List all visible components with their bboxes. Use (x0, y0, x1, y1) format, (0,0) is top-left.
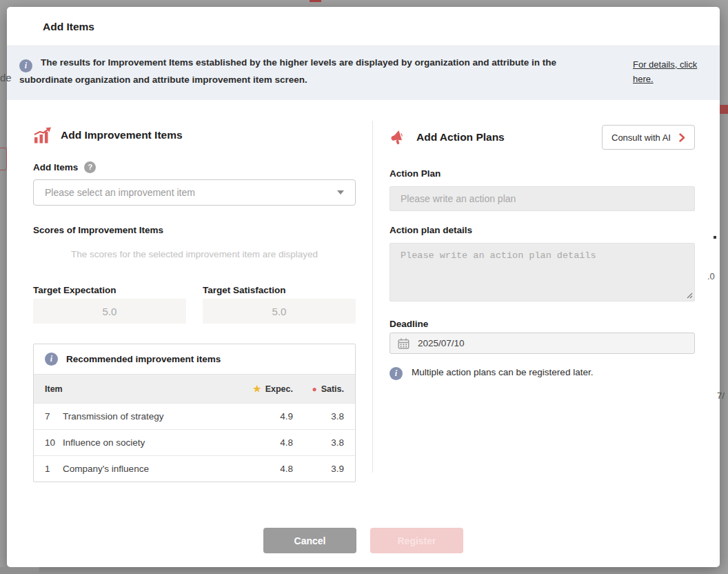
column-header-item: Item (45, 384, 253, 394)
column-divider (372, 121, 373, 473)
chevron-down-icon (337, 190, 344, 195)
details-link[interactable]: For details, click here. (633, 55, 705, 91)
info-banner: iThe results for Improvement Items estab… (7, 46, 720, 100)
row-satis-value: 3.9 (293, 464, 344, 474)
table-row[interactable]: 10 Influence on society 4.8 3.8 (34, 429, 355, 455)
background-fragment-text: de (0, 72, 12, 83)
info-banner-text: iThe results for Improvement Items estab… (19, 55, 633, 91)
deadline-value: 2025/07/10 (418, 338, 465, 348)
add-items-label: Add Items (33, 162, 78, 172)
row-satis-value: 3.8 (293, 411, 344, 422)
row-item-name: Transmission of strategy (63, 411, 253, 422)
row-item-name: Influence on society (63, 437, 253, 448)
row-satis-value: 3.8 (293, 437, 344, 448)
row-expec-value: 4.8 (253, 437, 293, 448)
action-plans-title: Add Action Plans (416, 131, 505, 144)
add-items-modal: Add Items iThe results for Improvement I… (7, 7, 720, 567)
scores-placeholder-text: The scores for the selected improvement … (33, 249, 356, 259)
row-expec-value: 4.8 (253, 464, 293, 474)
deadline-label: Deadline (390, 319, 695, 330)
improvement-section-header: Add Improvement Items (33, 125, 356, 146)
info-banner-message: The results for Improvement Items establ… (19, 57, 556, 85)
consult-with-ai-button[interactable]: Consult with AI (602, 125, 695, 150)
improvement-section-title: Add Improvement Items (61, 129, 183, 141)
action-plan-input[interactable] (390, 186, 695, 211)
column-header-expec: Expec. (265, 384, 293, 394)
action-plans-section: Add Action Plans Consult with AI Action … (390, 100, 695, 380)
row-number: 7 (45, 411, 63, 422)
star-icon: ★ (253, 384, 261, 394)
info-icon: i (390, 367, 403, 380)
note-text: Multiple action plans can be registered … (412, 367, 593, 377)
help-icon[interactable]: ? (84, 161, 96, 173)
note-row: i Multiple action plans can be registere… (390, 367, 695, 380)
background-fragment-red (310, 0, 321, 2)
action-plan-details-textarea[interactable] (390, 243, 695, 301)
deadline-date-input[interactable]: 2025/07/10 (390, 333, 695, 354)
info-icon: i (19, 59, 32, 72)
select-placeholder: Please select an improvement item (45, 187, 195, 198)
improvement-item-select[interactable]: Please select an improvement item (33, 179, 356, 206)
cancel-button[interactable]: Cancel (263, 528, 356, 553)
consult-button-label: Consult with AI (611, 132, 671, 143)
dot-icon: ● (312, 384, 316, 394)
target-expectation-value: 5.0 (33, 299, 186, 324)
register-button[interactable]: Register (370, 528, 463, 553)
background-fragment-band (720, 105, 728, 114)
column-header-satis: Satis. (321, 384, 344, 394)
recommended-table-header: Item ★ Expec. ● Satis. (34, 374, 355, 403)
row-number: 1 (45, 464, 63, 474)
chevron-right-icon (679, 133, 685, 142)
row-expec-value: 4.9 (253, 411, 293, 422)
table-row[interactable]: 7 Transmission of strategy 4.9 3.8 (34, 403, 355, 429)
background-fragment-box (0, 148, 7, 170)
recommended-table-title: Recommended improvement items (66, 354, 221, 364)
row-number: 10 (45, 437, 63, 448)
resize-handle[interactable] (686, 292, 693, 299)
background-fragment-date: 7/ (717, 390, 725, 401)
recommended-items-table: i Recommended improvement items Item ★ E… (33, 344, 356, 482)
table-row[interactable]: 1 Company's influence 4.8 3.9 (34, 455, 355, 482)
row-item-name: Company's influence (63, 464, 253, 474)
improvement-items-section: Add Improvement Items Add Items ? Please… (33, 100, 356, 482)
chart-icon (33, 127, 52, 144)
action-plan-details-label: Action plan details (390, 225, 695, 236)
scores-title: Scores of Improvement Items (33, 225, 356, 235)
megaphone-icon (390, 128, 407, 146)
info-icon: i (45, 353, 58, 366)
target-satisfaction-label: Target Satisfaction (203, 285, 356, 297)
background-fragment-dot (714, 236, 716, 239)
modal-title: Add Items (7, 7, 720, 46)
action-plan-label: Action Plan (390, 168, 695, 179)
target-satisfaction-value: 5.0 (203, 299, 356, 324)
calendar-icon (398, 338, 410, 349)
target-expectation-label: Target Expectation (33, 285, 186, 297)
background-fragment-number: .0 (707, 271, 715, 281)
background-fragment-strip (0, 567, 39, 574)
